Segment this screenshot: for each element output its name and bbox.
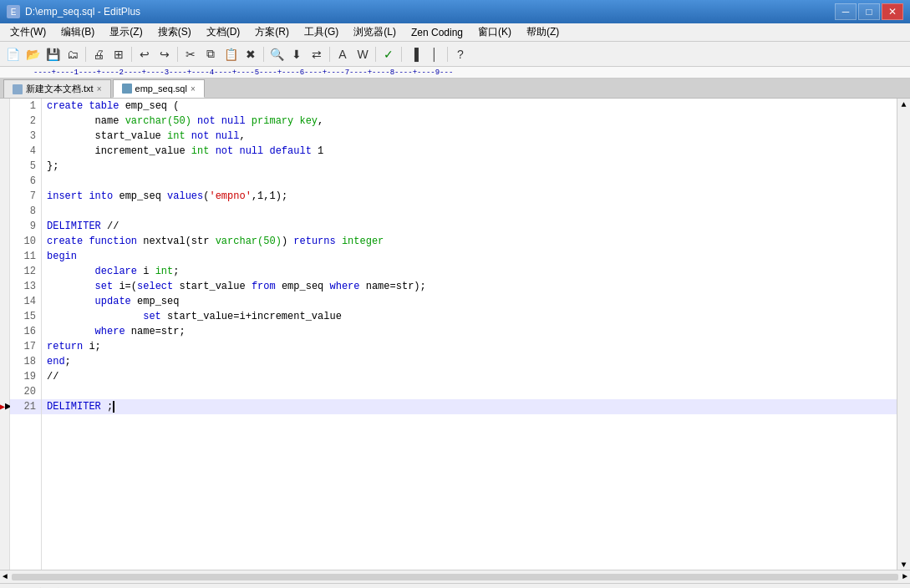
paste-button[interactable]: 📋 — [221, 45, 240, 63]
breakpoint-cell — [0, 279, 9, 294]
code-line[interactable]: // — [42, 369, 897, 384]
line-number: 4 — [10, 144, 41, 159]
tab-bar: 新建文本文档.txt × emp_seq.sql × — [0, 79, 910, 99]
code-line[interactable]: set i=(select start_value from emp_seq w… — [42, 279, 897, 294]
code-line[interactable]: create function nextval(str varchar(50))… — [42, 234, 897, 249]
save-button[interactable]: 💾 — [43, 45, 62, 63]
code-line[interactable]: end; — [42, 354, 897, 369]
undo-button[interactable]: ↩ — [135, 45, 154, 63]
save-all-button[interactable]: 🗂 — [64, 45, 82, 63]
code-line[interactable]: increment_value int not null default 1 — [42, 144, 897, 159]
code-line[interactable] — [42, 174, 897, 189]
copy-button[interactable]: ⧉ — [201, 45, 220, 63]
line-number: 15 — [10, 309, 41, 324]
tab-close-empsql[interactable]: × — [191, 84, 196, 94]
find-next-button[interactable]: ⬇ — [287, 45, 306, 63]
print-button[interactable]: 🖨 — [89, 45, 108, 63]
code-editor[interactable]: create table emp_seq ( name varchar(50) … — [42, 99, 897, 570]
word-wrap-button[interactable]: W — [353, 45, 372, 63]
new-button[interactable]: 📄 — [3, 45, 22, 63]
tab-icon-newtxt — [13, 84, 23, 94]
toolbar-sep-5 — [329, 47, 330, 62]
help-button[interactable]: ? — [451, 45, 470, 63]
menu-edit[interactable]: 编辑(B) — [54, 23, 101, 41]
tab-newtxt[interactable]: 新建文本文档.txt × — [3, 79, 111, 98]
menu-tools[interactable]: 工具(G) — [297, 23, 345, 41]
code-line[interactable]: }; — [42, 159, 897, 174]
code-line[interactable]: declare i int; — [42, 264, 897, 279]
menu-file[interactable]: 文件(W) — [3, 23, 53, 41]
delete-button[interactable]: ✖ — [241, 45, 260, 63]
minimize-button[interactable]: ─ — [835, 3, 857, 20]
menu-browser[interactable]: 浏览器(L) — [347, 23, 403, 41]
scroll-right-button[interactable]: ► — [900, 572, 910, 581]
replace-button[interactable]: ⇄ — [308, 45, 326, 63]
line-number: 17 — [10, 339, 41, 354]
ruler-text: ----+----1----+----2----+----3----+----4… — [33, 68, 453, 77]
line-number: 7 — [10, 189, 41, 204]
breakpoint-cell — [0, 264, 9, 279]
col-marker-button[interactable]: ▐ — [405, 45, 424, 63]
code-line[interactable]: return i; — [42, 339, 897, 354]
line-number: 6 — [10, 174, 41, 189]
menu-document[interactable]: 文档(D) — [200, 23, 247, 41]
cut-button[interactable]: ✂ — [181, 45, 200, 63]
breakpoint-cell — [0, 324, 9, 339]
redo-button[interactable]: ↪ — [155, 45, 174, 63]
menu-zen[interactable]: Zen Coding — [404, 25, 470, 40]
menu-project[interactable]: 方案(R) — [248, 23, 296, 41]
code-line[interactable]: name varchar(50) not null primary key, — [42, 114, 897, 129]
menu-search[interactable]: 搜索(S) — [151, 23, 198, 41]
find-button[interactable]: 🔍 — [267, 45, 286, 63]
code-line[interactable]: set start_value=i+increment_value — [42, 309, 897, 324]
tab-close-newtxt[interactable]: × — [97, 84, 102, 94]
tab-empsql[interactable]: emp_seq.sql × — [113, 79, 205, 98]
breakpoint-cell — [0, 114, 9, 129]
line-number: 2 — [10, 114, 41, 129]
code-line[interactable]: begin — [42, 249, 897, 264]
menu-window[interactable]: 窗口(K) — [471, 23, 518, 41]
code-line[interactable]: insert into emp_seq values('empno',1,1); — [42, 189, 897, 204]
line-number: 5 — [10, 159, 41, 174]
maximize-button[interactable]: □ — [858, 3, 880, 20]
code-line[interactable]: update emp_seq — [42, 294, 897, 309]
code-line[interactable]: DELIMITER ; — [42, 399, 897, 414]
title-bar: E D:\emp_seq.sql - EditPlus ─ □ ✕ — [0, 0, 910, 23]
code-line[interactable] — [42, 384, 897, 399]
code-line[interactable]: create table emp_seq ( — [42, 99, 897, 114]
breakpoint-cell — [0, 249, 9, 264]
menu-help[interactable]: 帮助(Z) — [520, 23, 566, 41]
scroll-down-button[interactable]: ▼ — [901, 560, 906, 570]
line-number: 1 — [10, 99, 41, 114]
spell-check-button[interactable]: A — [333, 45, 352, 63]
tab-label-newtxt: 新建文本文档.txt — [26, 83, 94, 95]
open-button[interactable]: 📂 — [23, 45, 42, 63]
toolbar-sep-8 — [447, 47, 448, 62]
close-button[interactable]: ✕ — [882, 3, 903, 20]
col-marker2-button[interactable]: │ — [425, 45, 444, 63]
breakpoint-cell — [0, 159, 9, 174]
toolbar-sep-3 — [177, 47, 178, 62]
breakpoint-cell — [0, 354, 9, 369]
app-icon: E — [7, 5, 20, 18]
menu-view[interactable]: 显示(Z) — [103, 23, 149, 41]
code-line[interactable]: start_value int not null, — [42, 129, 897, 144]
check-button[interactable]: ✓ — [379, 45, 398, 63]
line-number: 21 — [10, 399, 41, 414]
window-title: D:\emp_seq.sql - EditPlus — [25, 6, 140, 18]
code-line[interactable] — [42, 204, 897, 219]
toolbar-sep-1 — [85, 47, 86, 62]
editor-container: ▶ 123456789101112131415161718192021 crea… — [0, 99, 910, 570]
horizontal-scrollbar[interactable]: ◄ ► — [0, 570, 910, 583]
line-number: 20 — [10, 384, 41, 399]
toolbar: 📄 📂 💾 🗂 🖨 ⊞ ↩ ↪ ✂ ⧉ 📋 ✖ 🔍 ⬇ ⇄ A W ✓ ▐ │ … — [0, 42, 910, 67]
scroll-up-button[interactable]: ▲ — [901, 100, 906, 109]
scroll-left-button[interactable]: ◄ — [0, 572, 10, 581]
print-preview-button[interactable]: ⊞ — [109, 45, 128, 63]
vertical-scrollbar[interactable]: ▲ ▼ — [897, 99, 910, 570]
breakpoint-column: ▶ — [0, 99, 10, 570]
line-number: 12 — [10, 264, 41, 279]
tab-icon-empsql — [122, 84, 132, 94]
code-line[interactable]: DELIMITER // — [42, 219, 897, 234]
code-line[interactable]: where name=str; — [42, 324, 897, 339]
